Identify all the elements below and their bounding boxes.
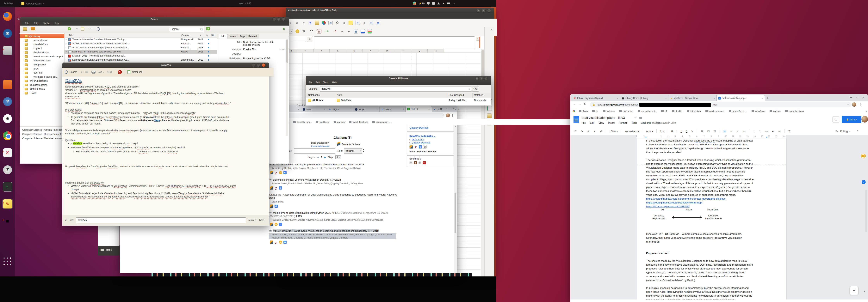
field-row[interactable]: ▾ Author Kraska, Tim ▭⊖⊕: [218, 48, 287, 51]
dock-item[interactable]: X: [2, 165, 13, 175]
tab-close-icon[interactable]: [617, 97, 618, 100]
close-button[interactable]: [484, 77, 488, 80]
dock-item[interactable]: >_: [2, 181, 13, 192]
italic-icon[interactable]: I: [676, 130, 677, 133]
browser-tab[interactable]: Projec: [353, 107, 379, 112]
apps-grid-icon[interactable]: [573, 110, 575, 112]
folder-label[interactable]: static: [106, 248, 112, 251]
forward-icon[interactable]: →: [579, 103, 581, 106]
maximize-button[interactable]: [256, 63, 260, 67]
collection-item[interactable]: dsail-northstar: [20, 51, 64, 55]
menu-item[interactable]: Edit: [34, 22, 38, 25]
special-character-icon[interactable]: Ω: [335, 21, 339, 25]
document-line[interactable]: than the procedural equivalent.: [646, 150, 778, 154]
note-line[interactable]: Notes relationship between Tableau, VizQ…: [65, 85, 267, 89]
search-dropdown-icon[interactable]: ▼: [468, 87, 470, 91]
maximize-button[interactable]: [480, 77, 483, 80]
suggestion-lightbulb-icon[interactable]: [861, 154, 866, 158]
bookmark-folder[interactable]: event_locations: [349, 121, 368, 123]
document-line[interactable]: upon these rules. Removing the need to i…: [646, 290, 778, 294]
bold-icon[interactable]: B: [671, 130, 673, 133]
expander-icon[interactable]: ▸: [66, 46, 67, 50]
citation-entry[interactable]: WMobile Phone Data visualization using P…: [269, 211, 393, 226]
scroll-up-icon[interactable]: ▲: [455, 126, 456, 127]
library-lookup-icon[interactable]: [31, 27, 35, 30]
bookmarks-overflow-icon[interactable]: »: [866, 110, 867, 112]
collection-item[interactable]: user-sim: [20, 71, 64, 75]
dock-item[interactable]: Z: [2, 147, 13, 158]
gs-icon[interactable]: G: [275, 205, 278, 208]
background-color-icon[interactable]: [361, 29, 365, 33]
menu-item[interactable]: Tools: [631, 122, 637, 124]
tab-close-icon[interactable]: [298, 108, 299, 110]
note-column[interactable]: Note: [337, 94, 342, 96]
document-line[interactable]: use to express the visualisation. D3 all…: [646, 162, 778, 166]
collection-item[interactable]: low-priority: [20, 63, 64, 67]
expander-icon[interactable]: ▸: [66, 58, 67, 62]
dock-item[interactable]: [2, 45, 13, 56]
note-line[interactable]: VizNet: Towards A Large-Scale Visualizat…: [65, 192, 267, 195]
formula-equals-icon[interactable]: =: [307, 37, 312, 42]
note-line[interactable]: Each example is then sampled 50 times (5…: [65, 119, 267, 122]
collection-item[interactable]: My Library: [20, 34, 64, 38]
bookmark-folder[interactable]: pandoc: [770, 110, 781, 112]
bookmark-folder[interactable]: workflows: [751, 110, 765, 112]
chi-icon[interactable]: χ: [275, 187, 278, 190]
chi-icon[interactable]: χ: [275, 171, 278, 174]
note-body[interactable]: Notes relationship between Tableau, VizQ…: [65, 85, 267, 198]
page-scrollbar[interactable]: ▲: [454, 125, 457, 273]
menu-item[interactable]: Edit: [590, 122, 594, 124]
find-next-button[interactable]: Next: [259, 219, 264, 222]
slack-icon[interactable]: ✳: [3, 114, 12, 123]
resolved-comment-icon[interactable]: ✓: [862, 180, 866, 184]
tab-close-icon[interactable]: [665, 97, 667, 100]
cite-tool-icon[interactable]: ✄: [409, 161, 412, 164]
citation-title[interactable]: Mobile Phone Data visualization using Py…: [269, 211, 389, 217]
column-header[interactable]: M: [346, 49, 363, 53]
attachment-icon[interactable]: ⊃: [88, 27, 91, 30]
citation-source-icons[interactable]: G: [270, 204, 397, 208]
bookmark-folder[interactable]: public transport: [706, 110, 724, 112]
note-titlebar[interactable]: Data2Vis: [62, 63, 269, 68]
browser-tab[interactable]: G data2v: [379, 107, 406, 112]
citation-entry[interactable]: WVizML: A Machine Learning Approach to V…: [269, 163, 403, 174]
bookmark-star-icon[interactable]: ☆: [847, 103, 849, 106]
toolbox-icon[interactable]: [3, 80, 12, 89]
outdent-icon[interactable]: ⇤: [772, 130, 775, 133]
bookmark-folder[interactable]: deakin: [672, 110, 682, 112]
expander-icon[interactable]: ▸: [66, 38, 67, 42]
undo-icon[interactable]: ↶: [574, 130, 577, 133]
sort-icon[interactable]: ⇈: [302, 21, 306, 25]
borders-icon[interactable]: ▦: [353, 29, 358, 33]
note-line[interactable]: Pre-processing:: [65, 108, 267, 111]
clock[interactable]: Mon 13:45: [239, 2, 251, 5]
save-status[interactable]: All changes saved in Drive: [649, 122, 676, 124]
url-text[interactable]: https://docs.google.com/document/d/: [597, 103, 638, 106]
document-line[interactable]: Strangely, they lump Vega and D3 into th…: [646, 236, 778, 240]
column-header[interactable]: P: [395, 49, 411, 53]
bookmark-folder[interactable]: event locations: [785, 110, 804, 112]
minimize-button[interactable]: [272, 18, 276, 21]
bookmark-folder[interactable]: executing not...: [638, 110, 657, 112]
dock-item[interactable]: ✉: [2, 28, 13, 39]
sidebar-source-icons[interactable]: χGW: [409, 145, 454, 149]
note-line[interactable]: complex transforms, use multiple variabl…: [65, 132, 267, 135]
tab-close-icon[interactable]: [762, 97, 763, 100]
file-manager-row[interactable]: static: [98, 246, 120, 256]
font-select[interactable]: Arial ▾: [646, 130, 653, 133]
bookmark-folder[interactable]: Apps: [579, 110, 588, 112]
indent-marker-left[interactable]: [645, 137, 647, 138]
column-header[interactable]: K: [313, 49, 330, 53]
bookmark-folder[interactable]: scientific pro...: [729, 110, 747, 112]
tab-close-icon[interactable]: [402, 108, 404, 110]
sort-ascending-icon[interactable]: ⇅: [288, 21, 292, 25]
document-line[interactable]: everything in terms of basic HTML and SV…: [646, 174, 778, 177]
document-line[interactable]: to visual attributes in a visualisation …: [646, 143, 778, 146]
reload-icon[interactable]: ↻: [584, 103, 586, 106]
citation-title[interactable]: VizNet: Towards A Large-Scale Visualizat…: [273, 229, 379, 232]
note-line[interactable]: drawn from Wilkinson's grammar of graphi…: [65, 92, 267, 95]
number-format-icon[interactable]: 0.0: [309, 29, 314, 33]
document-line[interactable]: types of data (e.g. nominal, ordinal, in…: [646, 271, 778, 274]
ss-icon[interactable]: [270, 204, 273, 208]
document-line[interactable]: need to wait for a visualisation designe…: [646, 298, 778, 300]
